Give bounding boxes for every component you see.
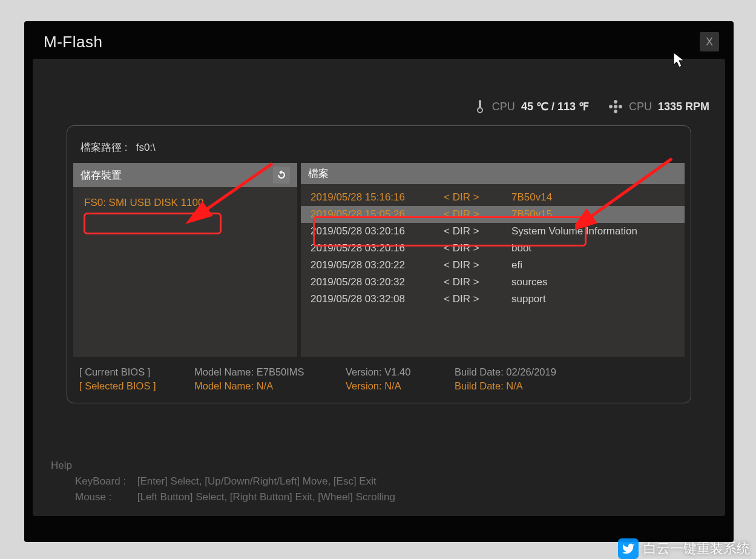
file-path-label: 檔案路徑 : [81,142,127,153]
file-row[interactable]: 2019/05/28 03:20:32< DIR >sources [301,274,685,291]
file-name: sources [511,275,675,289]
file-type: < DIR > [444,292,511,306]
file-date: 2019/05/28 03:20:16 [311,241,444,256]
file-type: < DIR > [444,224,511,239]
file-path-row: 檔案路徑 : fs0:\ [73,137,685,163]
file-type: < DIR > [444,190,511,205]
cpu-temp-label: CPU [492,101,515,113]
status-bar: CPU 45 ℃ / 113 ℉ CPU 1335 RPM [33,70,725,125]
file-row[interactable]: 2019/05/28 03:20:22< DIR >efi [301,257,685,274]
file-name: System Volume Information [511,224,675,239]
titlebar: M-Flash X [24,21,734,59]
fan-icon [608,99,623,114]
file-row[interactable]: 2019/05/28 03:20:16< DIR >System Volume … [301,223,685,240]
refresh-button[interactable] [273,167,290,184]
help-title: Help [51,458,395,474]
file-browser-panel: 檔案路徑 : fs0:\ 儲存裝置 FS0: SMI USB DISK 1100 [67,125,691,403]
file-name: support [511,292,675,306]
content-area: CPU 45 ℃ / 113 ℉ CPU 1335 RPM 檔案路徑 : fs0… [33,59,725,516]
file-path-value: fs0:\ [136,142,156,153]
svg-point-0 [614,105,617,108]
watermark: 白云一键重装系统 [618,538,750,559]
file-type: < DIR > [444,258,511,273]
file-date: 2019/05/28 15:16:16 [311,190,444,205]
window-title: M-Flash [44,33,102,51]
bios-info: [ Current BIOS ] Model Name: E7B50IMS Ve… [73,363,685,392]
watermark-logo-icon [618,538,639,559]
current-bios-version: Version: V1.40 [346,366,455,378]
file-row[interactable]: 2019/05/28 15:05:26< DIR >7B50v15 [301,206,685,223]
selected-bios-build: Build Date: N/A [455,380,679,392]
files-header-label: 檔案 [308,167,329,180]
current-bios-model: Model Name: E7B50IMS [194,366,346,378]
help-block: Help KeyBoard : [Enter] Select, [Up/Down… [51,458,395,505]
file-type: < DIR > [444,241,511,256]
file-type: < DIR > [444,207,511,222]
close-button[interactable]: X [700,32,719,51]
cpu-fan-label: CPU [629,101,652,113]
file-row[interactable]: 2019/05/28 03:32:08< DIR >support [301,291,685,308]
file-list: 2019/05/28 15:16:16< DIR >7B50v142019/05… [301,184,685,357]
selected-bios-model: Model Name: N/A [194,380,346,392]
cpu-temp-group: CPU 45 ℃ / 113 ℉ [474,99,589,114]
storage-header: 儲存裝置 [73,163,297,187]
file-date: 2019/05/28 03:20:32 [311,275,444,289]
app-window: M-Flash X CPU 45 ℃ / 113 ℉ CPU 1335 RPM [24,21,734,542]
cpu-fan-group: CPU 1335 RPM [608,99,709,114]
current-bios-label: [ Current BIOS ] [79,366,194,378]
selected-bios-version: Version: N/A [346,380,455,392]
storage-header-label: 儲存裝置 [81,168,122,182]
storage-list: FS0: SMI USB DISK 1100 [73,187,297,357]
thermometer-icon [474,99,486,114]
file-name: boot [511,241,675,256]
file-type: < DIR > [444,275,511,289]
file-date: 2019/05/28 03:20:16 [311,224,444,239]
storage-device-row[interactable]: FS0: SMI USB DISK 1100 [73,192,297,214]
watermark-text: 白云一键重装系统 [643,540,750,558]
help-mouse-text: [Left Button] Select, [Right Button] Exi… [137,491,395,503]
file-date: 2019/05/28 03:20:22 [311,258,444,273]
file-name: 7B50v14 [511,190,675,205]
files-header: 檔案 [301,163,685,184]
file-row[interactable]: 2019/05/28 03:20:16< DIR >boot [301,240,685,257]
file-date: 2019/05/28 03:32:08 [311,292,444,306]
file-row[interactable]: 2019/05/28 15:16:16< DIR >7B50v14 [301,189,685,206]
help-mouse-label: Mouse : [75,489,134,505]
help-keyboard-label: KeyBoard : [75,474,134,489]
cpu-temp-value: 45 ℃ / 113 ℉ [521,100,589,113]
file-name: efi [511,258,675,273]
selected-bios-label: [ Selected BIOS ] [79,380,194,392]
file-name: 7B50v15 [511,207,675,222]
current-bios-build: Build Date: 02/26/2019 [455,366,679,378]
file-date: 2019/05/28 15:05:26 [311,207,444,222]
refresh-icon [276,170,287,180]
help-keyboard-text: [Enter] Select, [Up/Down/Right/Left] Mov… [137,475,376,487]
cpu-fan-value: 1335 RPM [658,101,709,113]
